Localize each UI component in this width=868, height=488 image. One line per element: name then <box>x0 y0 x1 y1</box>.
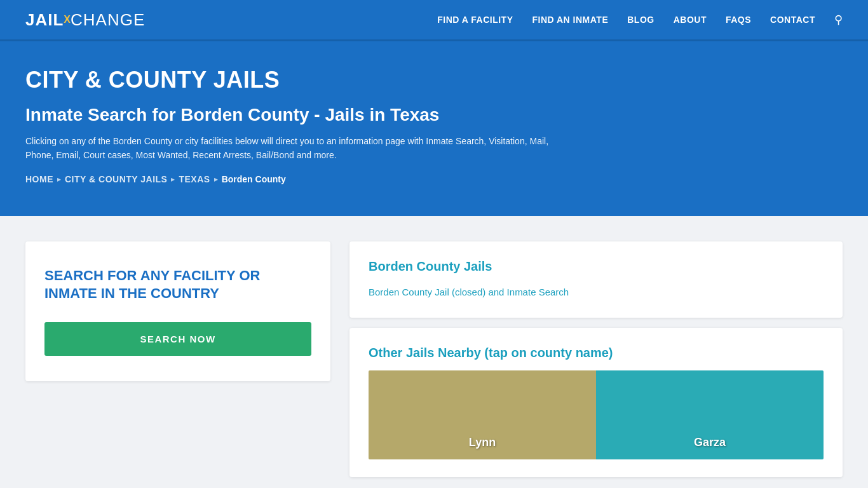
search-promo-card: SEARCH FOR ANY FACILITY OR INMATE IN THE… <box>25 241 330 381</box>
nearby-jails-title: Other Jails Nearby (tap on county name) <box>369 346 824 360</box>
borden-jails-title: Borden County Jails <box>369 259 824 274</box>
breadcrumb-sep-3: ▸ <box>214 175 218 184</box>
nav-contact[interactable]: CONTACT <box>770 15 815 25</box>
main-nav: FIND A FACILITY FIND AN INMATE BLOG ABOU… <box>437 13 843 27</box>
hero-description: Clicking on any of the Borden County or … <box>25 134 566 163</box>
nav-find-inmate[interactable]: FIND AN INMATE <box>532 15 608 25</box>
county-lynn[interactable]: Lynn <box>369 370 596 459</box>
hero-section: CITY & COUNTY JAILS Inmate Search for Bo… <box>0 41 868 216</box>
nav-blog[interactable]: BLOG <box>627 15 654 25</box>
search-icon[interactable]: ⚲ <box>834 13 843 27</box>
breadcrumb: Home ▸ City & County Jails ▸ Texas ▸ Bor… <box>25 174 843 184</box>
breadcrumb-home[interactable]: Home <box>25 174 53 184</box>
nav-faqs[interactable]: FAQs <box>726 15 751 25</box>
breadcrumb-sep-2: ▸ <box>171 175 175 184</box>
breadcrumb-texas[interactable]: Texas <box>179 174 210 184</box>
page-title: CITY & COUNTY JAILS <box>25 67 843 93</box>
breadcrumb-current: Borden County <box>222 174 286 184</box>
borden-facility-link[interactable]: Borden County Jail (closed) and Inmate S… <box>369 284 824 300</box>
county-map: Lynn Garza <box>369 370 824 459</box>
search-promo-text: SEARCH FOR ANY FACILITY OR INMATE IN THE… <box>44 267 311 303</box>
nav-find-facility[interactable]: FIND A FACILITY <box>437 15 513 25</box>
logo-exchange-text: CHANGE <box>71 10 145 30</box>
logo-x-text: X <box>64 14 71 25</box>
nearby-jails-card: Other Jails Nearby (tap on county name) … <box>349 328 843 477</box>
logo-jail-text: JAIL <box>25 10 64 30</box>
site-logo[interactable]: JAIL X CHANGE <box>25 10 145 30</box>
main-content: SEARCH FOR ANY FACILITY OR INMATE IN THE… <box>0 216 868 488</box>
site-header: JAIL X CHANGE FIND A FACILITY FIND AN IN… <box>0 0 868 41</box>
county-lynn-label: Lynn <box>469 436 496 449</box>
breadcrumb-city-county-jails[interactable]: City & County Jails <box>65 174 167 184</box>
county-garza[interactable]: Garza <box>596 370 824 459</box>
right-section: Borden County Jails Borden County Jail (… <box>349 241 843 477</box>
breadcrumb-sep-1: ▸ <box>57 175 61 184</box>
nav-about[interactable]: ABOUT <box>674 15 707 25</box>
page-subtitle: Inmate Search for Borden County - Jails … <box>25 105 843 125</box>
search-now-button[interactable]: SEARCH NOW <box>44 322 311 356</box>
borden-jails-card: Borden County Jails Borden County Jail (… <box>349 241 843 318</box>
county-garza-label: Garza <box>694 436 726 449</box>
